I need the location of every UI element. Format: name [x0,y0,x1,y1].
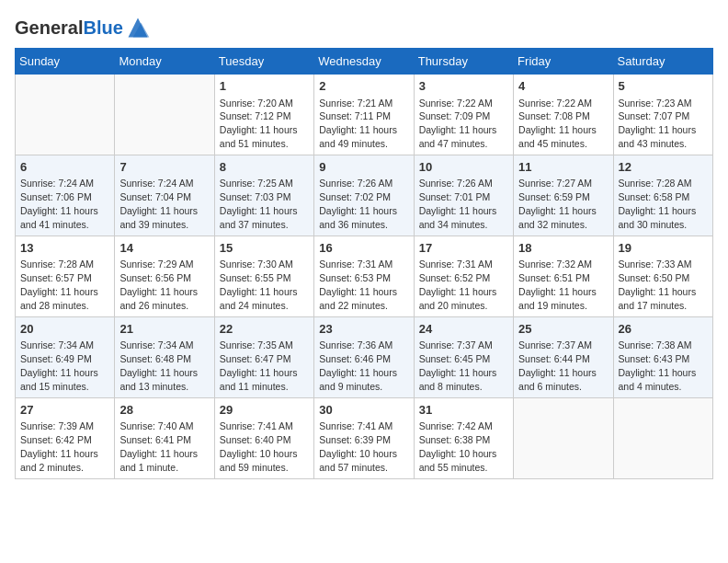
day-info: Sunrise: 7:28 AM Sunset: 6:57 PM Dayligh… [20,259,98,311]
calendar-cell: 8Sunrise: 7:25 AM Sunset: 7:03 PM Daylig… [214,155,313,236]
calendar-week-2: 6Sunrise: 7:24 AM Sunset: 7:06 PM Daylig… [16,155,713,236]
calendar-cell: 7Sunrise: 7:24 AM Sunset: 7:04 PM Daylig… [115,155,214,236]
day-header-monday: Monday [115,49,214,75]
day-info: Sunrise: 7:35 AM Sunset: 6:47 PM Dayligh… [220,339,298,392]
calendar-cell: 30Sunrise: 7:41 AM Sunset: 6:39 PM Dayli… [314,397,414,478]
day-number: 10 [419,159,508,176]
calendar-cell: 21Sunrise: 7:34 AM Sunset: 6:48 PM Dayli… [115,316,214,397]
day-number: 26 [619,321,708,338]
day-info: Sunrise: 7:21 AM Sunset: 7:11 PM Dayligh… [319,98,397,150]
day-number: 3 [419,78,508,95]
day-number: 14 [119,240,209,257]
calendar-cell: 15Sunrise: 7:30 AM Sunset: 6:55 PM Dayli… [214,236,313,316]
calendar-cell: 1Sunrise: 7:20 AM Sunset: 7:12 PM Daylig… [214,75,313,155]
day-info: Sunrise: 7:24 AM Sunset: 7:04 PM Dayligh… [119,178,198,230]
day-number: 13 [20,240,109,257]
calendar-cell [514,397,613,478]
day-number: 31 [419,402,508,419]
day-number: 9 [319,159,408,176]
calendar-cell: 28Sunrise: 7:40 AM Sunset: 6:41 PM Dayli… [115,397,214,478]
calendar-cell: 6Sunrise: 7:24 AM Sunset: 7:06 PM Daylig… [16,155,115,236]
day-info: Sunrise: 7:26 AM Sunset: 7:02 PM Dayligh… [319,178,397,230]
day-header-thursday: Thursday [414,49,513,75]
day-info: Sunrise: 7:37 AM Sunset: 6:45 PM Dayligh… [419,339,497,392]
day-info: Sunrise: 7:25 AM Sunset: 7:03 PM Dayligh… [220,178,298,230]
day-number: 8 [220,159,309,176]
calendar-cell: 16Sunrise: 7:31 AM Sunset: 6:53 PM Dayli… [314,236,414,316]
day-number: 20 [20,321,109,338]
day-number: 11 [518,159,608,176]
day-info: Sunrise: 7:23 AM Sunset: 7:07 PM Dayligh… [619,98,697,150]
calendar-cell: 24Sunrise: 7:37 AM Sunset: 6:45 PM Dayli… [414,316,513,397]
calendar-cell: 13Sunrise: 7:28 AM Sunset: 6:57 PM Dayli… [16,236,115,316]
day-number: 27 [20,402,109,419]
logo-text: GeneralBlue [15,17,123,38]
day-number: 22 [220,321,309,338]
day-info: Sunrise: 7:40 AM Sunset: 6:41 PM Dayligh… [119,420,198,473]
page-header: GeneralBlue [15,15,713,40]
day-number: 1 [220,78,309,95]
day-info: Sunrise: 7:22 AM Sunset: 7:09 PM Dayligh… [419,98,497,150]
logo: GeneralBlue [15,15,151,40]
day-number: 25 [518,321,608,338]
calendar-cell: 2Sunrise: 7:21 AM Sunset: 7:11 PM Daylig… [314,75,414,155]
calendar-week-1: 1Sunrise: 7:20 AM Sunset: 7:12 PM Daylig… [16,75,713,155]
logo-blue: Blue [83,17,122,38]
day-info: Sunrise: 7:32 AM Sunset: 6:51 PM Dayligh… [518,259,597,311]
calendar-week-5: 27Sunrise: 7:39 AM Sunset: 6:42 PM Dayli… [16,397,713,478]
day-header-sunday: Sunday [16,49,115,75]
calendar-cell: 12Sunrise: 7:28 AM Sunset: 6:58 PM Dayli… [613,155,712,236]
day-number: 15 [220,240,309,257]
day-header-wednesday: Wednesday [314,49,414,75]
calendar-cell: 22Sunrise: 7:35 AM Sunset: 6:47 PM Dayli… [214,316,313,397]
day-number: 16 [319,240,408,257]
day-number: 6 [20,159,109,176]
calendar-cell: 11Sunrise: 7:27 AM Sunset: 6:59 PM Dayli… [514,155,613,236]
calendar-cell: 5Sunrise: 7:23 AM Sunset: 7:07 PM Daylig… [613,75,712,155]
day-info: Sunrise: 7:33 AM Sunset: 6:50 PM Dayligh… [619,259,697,311]
day-info: Sunrise: 7:34 AM Sunset: 6:49 PM Dayligh… [20,339,98,392]
calendar-table: SundayMondayTuesdayWednesdayThursdayFrid… [15,48,713,479]
day-info: Sunrise: 7:30 AM Sunset: 6:55 PM Dayligh… [220,259,298,311]
calendar-cell: 26Sunrise: 7:38 AM Sunset: 6:43 PM Dayli… [613,316,712,397]
day-info: Sunrise: 7:31 AM Sunset: 6:53 PM Dayligh… [319,259,397,311]
day-number: 2 [319,78,408,95]
calendar-cell: 23Sunrise: 7:36 AM Sunset: 6:46 PM Dayli… [314,316,414,397]
calendar-cell: 3Sunrise: 7:22 AM Sunset: 7:09 PM Daylig… [414,75,513,155]
calendar-cell: 27Sunrise: 7:39 AM Sunset: 6:42 PM Dayli… [16,397,115,478]
calendar-cell: 9Sunrise: 7:26 AM Sunset: 7:02 PM Daylig… [314,155,414,236]
day-info: Sunrise: 7:20 AM Sunset: 7:12 PM Dayligh… [220,98,298,150]
day-info: Sunrise: 7:39 AM Sunset: 6:42 PM Dayligh… [20,420,98,473]
day-number: 17 [419,240,508,257]
day-info: Sunrise: 7:37 AM Sunset: 6:44 PM Dayligh… [518,339,597,392]
calendar-cell: 4Sunrise: 7:22 AM Sunset: 7:08 PM Daylig… [514,75,613,155]
day-number: 12 [619,159,708,176]
day-info: Sunrise: 7:26 AM Sunset: 7:01 PM Dayligh… [419,178,497,230]
day-info: Sunrise: 7:42 AM Sunset: 6:38 PM Dayligh… [419,420,497,473]
calendar-cell [16,75,115,155]
day-number: 29 [220,402,309,419]
day-number: 24 [419,321,508,338]
day-info: Sunrise: 7:34 AM Sunset: 6:48 PM Dayligh… [119,339,198,392]
day-info: Sunrise: 7:28 AM Sunset: 6:58 PM Dayligh… [619,178,697,230]
day-header-saturday: Saturday [613,49,712,75]
day-info: Sunrise: 7:27 AM Sunset: 6:59 PM Dayligh… [518,178,597,230]
day-header-tuesday: Tuesday [214,49,313,75]
day-number: 7 [119,159,209,176]
day-info: Sunrise: 7:36 AM Sunset: 6:46 PM Dayligh… [319,339,397,392]
day-number: 5 [619,78,708,95]
calendar-cell: 10Sunrise: 7:26 AM Sunset: 7:01 PM Dayli… [414,155,513,236]
calendar-cell [613,397,712,478]
calendar-week-4: 20Sunrise: 7:34 AM Sunset: 6:49 PM Dayli… [16,316,713,397]
day-info: Sunrise: 7:41 AM Sunset: 6:40 PM Dayligh… [220,420,298,473]
calendar-header-row: SundayMondayTuesdayWednesdayThursdayFrid… [16,49,713,75]
day-number: 23 [319,321,408,338]
day-info: Sunrise: 7:31 AM Sunset: 6:52 PM Dayligh… [419,259,497,311]
calendar-cell: 31Sunrise: 7:42 AM Sunset: 6:38 PM Dayli… [414,397,513,478]
day-info: Sunrise: 7:24 AM Sunset: 7:06 PM Dayligh… [20,178,98,230]
day-number: 21 [119,321,209,338]
day-number: 28 [119,402,209,419]
day-header-friday: Friday [514,49,613,75]
day-number: 30 [319,402,408,419]
calendar-week-3: 13Sunrise: 7:28 AM Sunset: 6:57 PM Dayli… [16,236,713,316]
